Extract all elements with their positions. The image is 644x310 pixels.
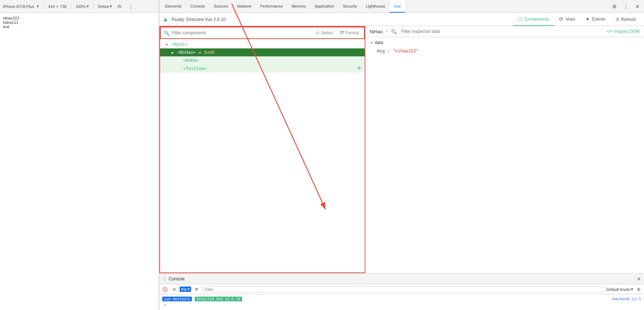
- vuex-tab-label: Vuex: [566, 17, 575, 22]
- inspect-dom-label: Inspect DOM: [614, 29, 640, 34]
- tab-memory[interactable]: Memory: [287, 0, 310, 13]
- components-search-bar: 🔍 ⊙ Select Tf Format: [160, 27, 365, 39]
- console-message-vue: vue-devtools Detected Vue v2.6.10 backen…: [162, 296, 641, 302]
- default-levels-selector[interactable]: Default levels ▾: [606, 287, 633, 292]
- vue-components-tab[interactable]: ⬡ Components: [513, 13, 554, 26]
- tab-security[interactable]: Security: [338, 0, 361, 13]
- component-tree: ▼ <Root> ▶ <NiHao> = $vm0: [160, 39, 365, 272]
- filter-components-input[interactable]: [172, 30, 312, 35]
- rotate-icon[interactable]: ⟲: [115, 2, 124, 11]
- refresh-icon: ↺: [615, 17, 619, 22]
- tree-item-root[interactable]: ▼ <Root>: [160, 40, 365, 48]
- console-tab-label: Console: [190, 4, 205, 8]
- inspect-panel: NiHao > 🔍 </> Inspect DOM: [365, 26, 644, 273]
- inspect-header: NiHao > 🔍 </> Inspect DOM: [365, 26, 644, 37]
- tab-performance[interactable]: Performance: [256, 0, 287, 13]
- format-button[interactable]: Tf Format: [338, 30, 361, 36]
- tree-item-testcom[interactable]: <TestCom> 👁: [160, 64, 365, 73]
- context-selector[interactable]: top ▾: [180, 287, 191, 292]
- components-panel: 🔍 ⊙ Select Tf Format: [159, 26, 365, 273]
- console-source-link[interactable]: backend.js:1: [613, 297, 641, 301]
- tab-sources[interactable]: Sources: [209, 0, 232, 13]
- badge-detected-vue: Detected Vue v2.6.10: [195, 297, 242, 301]
- tree-tag-nihao: <NiHao>: [177, 50, 196, 55]
- zoom-chevron-icon: ▾: [87, 4, 89, 9]
- refresh-label: Refresh: [621, 17, 636, 22]
- chevron-down-icon[interactable]: ▾: [37, 4, 39, 9]
- zoom-selector[interactable]: 100% ▾: [76, 4, 89, 9]
- vue-logo: ▲: [162, 16, 169, 23]
- tree-tag-root: <Root>: [172, 42, 187, 47]
- events-icon: ✦: [585, 16, 590, 22]
- console-clear-icon[interactable]: 🚫: [161, 285, 169, 293]
- console-content: vue-devtools Detected Vue v2.6.10 backen…: [159, 294, 644, 310]
- preview-text-line2: haha111: [3, 20, 156, 25]
- default-levels-label: Default levels: [606, 287, 630, 292]
- prop-key-msg: msg: [377, 48, 385, 53]
- components-tab-label: Components: [524, 17, 549, 22]
- detach-icon[interactable]: ⋮: [621, 1, 631, 12]
- console-toolbar: ⋮ Console ✕: [159, 274, 644, 284]
- prompt-arrow-icon: >: [164, 303, 166, 308]
- devtools-body: ▲ Ready. Detected Vue 2.6.10. ⬡ Componen…: [159, 13, 644, 310]
- tree-item-nihao[interactable]: ▶ <NiHao> = $vm0: [160, 48, 365, 56]
- tab-application[interactable]: Application: [310, 0, 339, 13]
- width-value: 414: [48, 4, 55, 9]
- cursor-icon: ⊙: [316, 30, 319, 35]
- network-value: Online: [98, 4, 110, 9]
- vuex-icon: ⟳: [559, 16, 563, 22]
- tab-network[interactable]: Network: [233, 0, 256, 13]
- close-icon[interactable]: ✕: [632, 1, 643, 12]
- console-block-icon[interactable]: ⊘: [170, 285, 178, 293]
- tree-tag-haha: <HaHa>: [183, 58, 199, 63]
- console-dots-icon: ⋮: [162, 276, 167, 281]
- network-tab-label: Network: [237, 4, 252, 8]
- vue-tab-bar: ⬡ Components ⟳ Vuex ✦ Events ↺: [513, 13, 641, 26]
- tab-elements[interactable]: Elements: [161, 0, 186, 13]
- height-value: 736: [60, 4, 66, 9]
- tree-tag-testcom: <TestCom>: [183, 66, 207, 71]
- zoom-value: 100%: [76, 4, 86, 9]
- vue-tab-label: Vue: [394, 4, 401, 8]
- devtools-tabs: Elements Console Sources Network Perform…: [159, 0, 644, 13]
- console-filter-bar: 🚫 ⊘ top ▾ 👁 Default levels ▾ ⚙: [159, 284, 644, 294]
- vue-main: 🔍 ⊙ Select Tf Format: [159, 26, 644, 273]
- console-eye-icon[interactable]: 👁: [193, 285, 201, 293]
- tree-arrow-root: ▼: [166, 43, 170, 47]
- settings-icon[interactable]: ⚙: [609, 1, 619, 12]
- toolbar-divider3: [93, 3, 94, 10]
- more-options-icon[interactable]: ⋮: [126, 2, 135, 11]
- eye-icon-testcom[interactable]: 👁: [357, 66, 362, 71]
- application-tab-label: Application: [315, 4, 334, 8]
- console-filter-input[interactable]: [202, 287, 605, 292]
- levels-chevron-icon: ▾: [631, 287, 633, 292]
- tree-item-haha[interactable]: <HaHa>: [160, 56, 365, 64]
- refresh-button[interactable]: ↺ Refresh: [610, 13, 641, 26]
- context-label: top: [181, 287, 186, 291]
- lighthouse-tab-label: Lighthouse: [366, 4, 385, 8]
- format-label: Format: [345, 30, 359, 35]
- tab-console[interactable]: Console: [186, 0, 209, 13]
- tab-lighthouse[interactable]: Lighthouse: [361, 0, 390, 13]
- tab-vue[interactable]: Vue: [390, 0, 405, 13]
- data-section-header[interactable]: ▼ data: [370, 40, 640, 45]
- memory-tab-label: Memory: [292, 4, 306, 8]
- network-chevron-icon: ▾: [110, 4, 112, 9]
- select-button[interactable]: ⊙ Select: [314, 30, 335, 36]
- filter-inspected-input[interactable]: [400, 28, 604, 35]
- console-panel: ⋮ Console ✕ 🚫 ⊘ top ▾ 👁: [159, 273, 644, 310]
- console-settings-icon[interactable]: ⚙: [635, 285, 643, 293]
- data-section-label: data: [375, 40, 383, 45]
- vue-vuex-tab[interactable]: ⟳ Vuex: [554, 13, 580, 26]
- select-label: Select: [321, 30, 333, 35]
- data-property-msg: msg : "nihao222": [370, 47, 640, 55]
- toolbar-divider: [43, 3, 44, 10]
- inspect-dom-button[interactable]: </> Inspect DOM: [607, 29, 640, 34]
- console-prompt: >: [162, 302, 641, 309]
- console-close-button[interactable]: ✕: [637, 276, 641, 282]
- components-icon: ⬡: [518, 16, 522, 22]
- vue-events-tab[interactable]: ✦ Events: [580, 13, 610, 26]
- search-icon-inspect: 🔍: [391, 29, 397, 34]
- elements-tab-label: Elements: [165, 4, 182, 8]
- network-selector[interactable]: Online ▾: [98, 4, 112, 9]
